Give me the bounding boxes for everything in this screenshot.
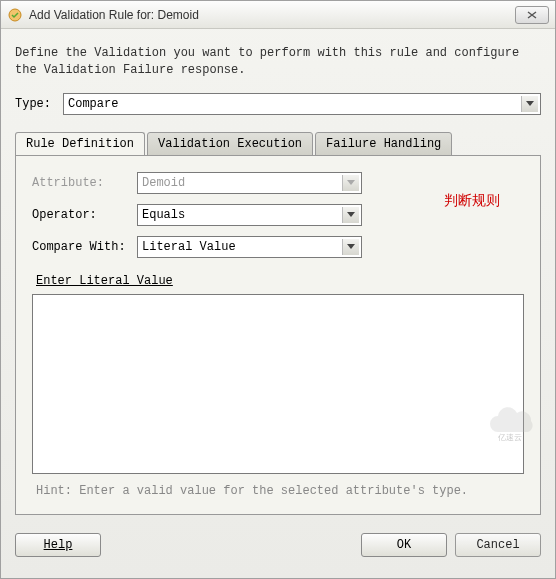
compare-with-row: Compare With: Literal Value: [32, 236, 524, 258]
chevron-down-icon: [342, 239, 359, 255]
tab-strip: Rule Definition Validation Execution Fai…: [15, 132, 541, 156]
compare-with-value: Literal Value: [142, 240, 236, 254]
close-icon: [527, 11, 537, 19]
type-value: Compare: [68, 97, 118, 111]
dialog-window: Add Validation Rule for: Demoid Define t…: [0, 0, 556, 579]
compare-with-select[interactable]: Literal Value: [137, 236, 362, 258]
title-bar: Add Validation Rule for: Demoid: [1, 1, 555, 29]
validation-icon: [7, 7, 23, 23]
attribute-value: Demoid: [142, 176, 185, 190]
type-row: Type: Compare: [15, 93, 541, 115]
attribute-row: Attribute: Demoid: [32, 172, 524, 194]
literal-value-label: Enter Literal Value: [36, 274, 524, 288]
attribute-label: Attribute:: [32, 176, 137, 190]
ok-button[interactable]: OK: [361, 533, 447, 557]
button-row: Help OK Cancel: [1, 525, 555, 557]
tabset: Rule Definition Validation Execution Fai…: [15, 131, 541, 515]
attribute-select: Demoid: [137, 172, 362, 194]
cancel-button[interactable]: Cancel: [455, 533, 541, 557]
help-button[interactable]: Help: [15, 533, 101, 557]
tab-panel: Attribute: Demoid Operator: Equals: [15, 155, 541, 515]
chevron-down-icon: [521, 96, 538, 112]
tab-failure-handling[interactable]: Failure Handling: [315, 132, 452, 156]
operator-label: Operator:: [32, 208, 137, 222]
chevron-down-icon: [342, 207, 359, 223]
type-select[interactable]: Compare: [63, 93, 541, 115]
operator-value: Equals: [142, 208, 185, 222]
operator-select[interactable]: Equals: [137, 204, 362, 226]
type-label: Type:: [15, 97, 63, 111]
chevron-down-icon: [342, 175, 359, 191]
intro-text: Define the Validation you want to perfor…: [15, 45, 541, 79]
dialog-body: Define the Validation you want to perfor…: [1, 29, 555, 525]
window-title: Add Validation Rule for: Demoid: [29, 8, 515, 22]
literal-value-input[interactable]: [32, 294, 524, 474]
tab-rule-definition[interactable]: Rule Definition: [15, 132, 145, 156]
hint-text: Hint: Enter a valid value for the select…: [36, 484, 520, 498]
annotation-text: 判断规则: [444, 192, 500, 210]
tab-validation-execution[interactable]: Validation Execution: [147, 132, 313, 156]
spacer: [101, 533, 353, 557]
compare-with-label: Compare With:: [32, 240, 137, 254]
close-button[interactable]: [515, 6, 549, 24]
